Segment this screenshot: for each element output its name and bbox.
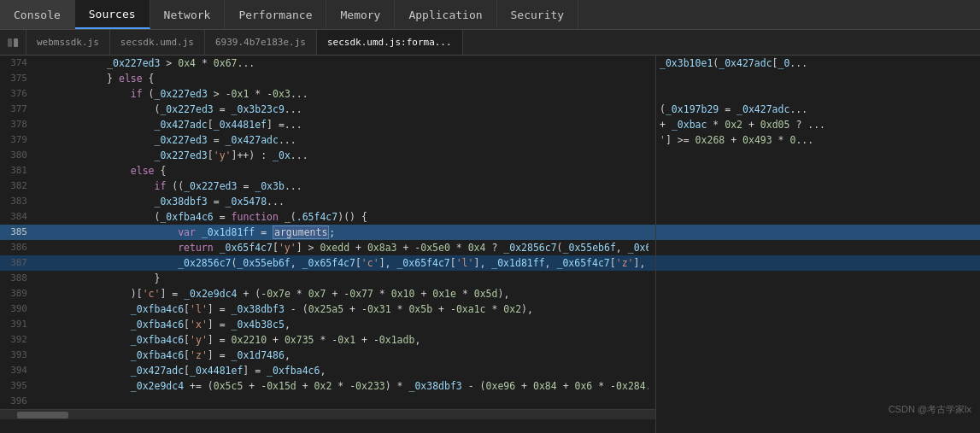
table-row: _0x3b10e1(_0x427adc[_0... — [656, 56, 980, 71]
table-row: 374 _0x227ed3 > 0x4 * 0x67... — [0, 56, 655, 71]
table-row: 376 if (_0x227ed3 > -0x1 * -0x3... — [0, 86, 655, 102]
table-row: 383 _0x38dbf3 = _0x5478... — [0, 194, 655, 209]
table-row: 388 } — [0, 271, 655, 286]
right-code-lines: _0x3b10e1(_0x427adc[_0... (_0x197b29 = _… — [656, 56, 980, 378]
table-row — [656, 71, 980, 86]
horizontal-scrollbar[interactable] — [0, 409, 655, 419]
watermark: CSDN @考古学家lx — [889, 403, 971, 416]
file-tab-bar: webmssdk.js secsdk.umd.js 6939.4b7e183e.… — [0, 30, 980, 56]
table-row: 379 _0x227ed3 = _0x427adc... — [0, 132, 655, 148]
tab-application[interactable]: Application — [395, 0, 496, 29]
table-row: 382 if ((_0x227ed3 = _0x3b... — [0, 178, 655, 194]
table-row: 392 _0xfba4c6['y'] = 0x2210 + 0x735 * -0… — [0, 332, 655, 348]
table-row: 385 var _0x1d81ff = arguments; — [0, 225, 655, 240]
sidebar-toggle[interactable] — [0, 30, 26, 55]
table-row: 393 _0xfba4c6['z'] = _0x1d7486, — [0, 348, 655, 363]
table-row: 390 _0xfba4c6['l'] = _0x38dbf3 - (0x25a5… — [0, 301, 655, 317]
table-row — [656, 286, 980, 301]
table-row — [656, 332, 980, 348]
tab-memory[interactable]: Memory — [326, 0, 395, 29]
table-row — [656, 163, 980, 178]
devtools-tab-bar: Console Sources Network Performance Memo… — [0, 0, 980, 30]
table-row — [656, 148, 980, 163]
table-row: 391 _0xfba4c6['x'] = _0x4b38c5, — [0, 317, 655, 332]
table-row — [656, 178, 980, 194]
table-row: 394 _0x427adc[_0x4481ef] = _0xfba4c6, — [0, 363, 655, 378]
tab-network[interactable]: Network — [150, 0, 226, 29]
table-row — [656, 317, 980, 332]
table-row: 395 _0x2e9dc4 += (0x5c5 + -0x15d + 0x2 *… — [0, 378, 655, 394]
table-row — [656, 240, 980, 255]
table-row — [656, 86, 980, 102]
table-row: 384 (_0xfba4c6 = function _(.65f4c7)() { — [0, 209, 655, 225]
table-row — [656, 301, 980, 317]
table-row — [656, 271, 980, 286]
tab-sources[interactable]: Sources — [75, 0, 150, 29]
table-row — [656, 225, 980, 240]
table-row: 396 — [0, 394, 655, 409]
table-row: 377 (_0x227ed3 = _0x3b23c9... — [0, 102, 655, 117]
table-row: 378 _0x427adc[_0x4481ef] =... — [0, 117, 655, 132]
code-editor[interactable]: 374 _0x227ed3 > 0x4 * 0x67... 375 } else… — [0, 56, 655, 433]
scrollbar-thumb[interactable] — [17, 412, 68, 418]
table-row — [656, 209, 980, 225]
file-tab-webmssdk[interactable]: webmssdk.js — [26, 30, 110, 55]
table-row: 381 else { — [0, 163, 655, 178]
table-row — [656, 255, 980, 271]
table-row: 387 _0x2856c7(_0x55eb6f, _0x65f4c7['c'],… — [0, 255, 655, 271]
file-tab-secsdk-forma[interactable]: secsdk.umd.js:forma... — [317, 30, 463, 55]
table-row: 386 return _0x65f4c7['y'] > 0xedd + 0x8a… — [0, 240, 655, 255]
file-tab-6939[interactable]: 6939.4b7e183e.js — [205, 30, 317, 55]
tab-console[interactable]: Console — [0, 0, 75, 29]
table-row: (_0x197b29 = _0x427adc... — [656, 102, 980, 117]
tab-performance[interactable]: Performance — [225, 0, 326, 29]
table-row — [656, 194, 980, 209]
table-row — [656, 363, 980, 378]
table-row — [656, 348, 980, 363]
code-lines: 374 _0x227ed3 > 0x4 * 0x67... 375 } else… — [0, 56, 655, 409]
table-row: 389 )['c'] = _0x2e9dc4 + (-0x7e * 0x7 + … — [0, 286, 655, 301]
svg-rect-1 — [14, 38, 18, 47]
table-row: 380 _0x227ed3['y']++) : _0x... — [0, 148, 655, 163]
file-tab-secsdk-umd[interactable]: secsdk.umd.js — [110, 30, 205, 55]
table-row: + _0xbac * 0x2 + 0xd05 ? ... — [656, 117, 980, 132]
tab-security[interactable]: Security — [497, 0, 579, 29]
right-panel: _0x3b10e1(_0x427adc[_0... (_0x197b29 = _… — [655, 56, 980, 433]
main-content: 374 _0x227ed3 > 0x4 * 0x67... 375 } else… — [0, 56, 980, 433]
svg-rect-0 — [8, 38, 12, 47]
table-row: '] >= 0x268 + 0x493 * 0... — [656, 132, 980, 148]
table-row: 375 } else { — [0, 71, 655, 86]
